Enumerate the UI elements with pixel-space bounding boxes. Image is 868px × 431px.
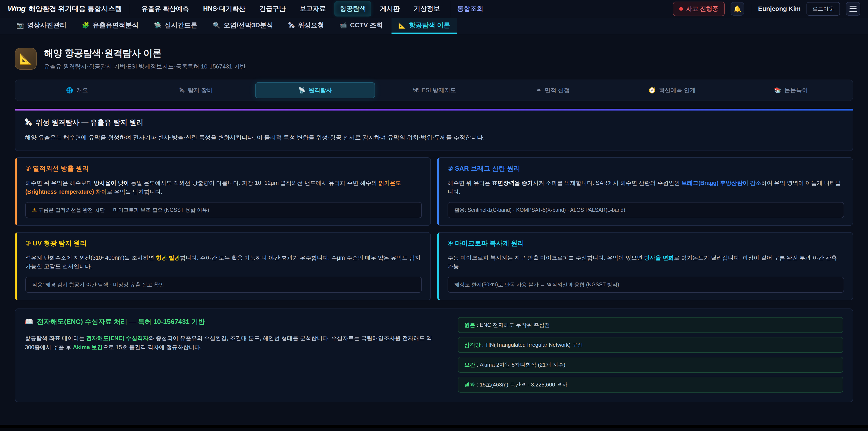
- principle-card-note: 활용: Sentinel-1(C-band) · KOMPSAT-5(X-ban…: [447, 202, 844, 218]
- topnav-item[interactable]: 보고자료: [294, 1, 331, 17]
- subnav-item-label: 오염/선박3D분석: [223, 21, 273, 30]
- principle-card-body: 해수면 위 유막은 해수보다 방사율이 낮아 동일 온도에서도 적외선 방출량이…: [25, 179, 422, 196]
- enc-pipeline-row: 원본 : ENC 전자해도 무작위 측심점: [458, 317, 843, 333]
- subnav-item-label: 항공탐색 이론: [409, 21, 450, 30]
- bottom-strip: [0, 425, 868, 428]
- theory-tab[interactable]: 🧭 확산예측 연계: [613, 82, 732, 98]
- theory-tab[interactable]: 📚 논문특허: [732, 82, 850, 98]
- tab-icon: 🧭: [649, 87, 655, 94]
- topnav-item[interactable]: 긴급구난: [254, 1, 291, 17]
- theory-tab[interactable]: 🌐 개요: [18, 82, 136, 98]
- principle-card-body: 석유계 탄화수소에 자외선(310~400nm)을 조사하면 형광 발광합니다.…: [25, 253, 422, 271]
- subnav-item-label: 위성요청: [298, 21, 324, 30]
- tab-icon: 📡: [298, 87, 305, 94]
- tab-label: 탐지 장비: [188, 86, 213, 94]
- topnav-item-label: HNS·대기확산: [203, 5, 246, 12]
- topnav-item-label: 긴급구난: [259, 5, 285, 12]
- section-gradient-accent: [15, 109, 853, 111]
- subnav-item[interactable]: 📷 영상사진관리: [9, 18, 73, 34]
- tab-icon: 🌐: [66, 87, 73, 94]
- topnav-item[interactable]: 기상정보: [408, 1, 445, 17]
- enc-row-text: : ENC 전자해도 무작위 측심점: [475, 322, 550, 328]
- principle-card-body: 해수면 위 유막은 표면장력을 증가시켜 소파를 억제합니다. SAR에서 해수…: [447, 179, 844, 196]
- divider: [129, 4, 129, 13]
- tab-label: 확산예측 연계: [659, 86, 695, 94]
- app-logo[interactable]: Wing 해양환경 위기대응 통합시스템: [8, 4, 122, 13]
- principle-card-note: 적용: 해경 감시 항공기 야간 탐색 · 비정상 유출 신고 확인: [25, 277, 422, 293]
- theory-tab[interactable]: 📡 원격탐사: [255, 82, 375, 98]
- enc-row-label: 결과: [464, 381, 475, 388]
- page-title: 해양 항공탐색·원격탐사 이론: [44, 47, 246, 59]
- tab-icon: 🛰: [179, 87, 184, 94]
- topnav-item-label: 게시판: [380, 5, 400, 12]
- enc-pipeline-row: 삼각망 : TIN(Triangulated Irregular Network…: [458, 337, 843, 353]
- subnav-item[interactable]: 🛰 위성요청: [282, 18, 331, 34]
- user-name: Eunjeong Kim: [758, 5, 801, 12]
- subnav-item-label: 영상사진관리: [27, 21, 66, 30]
- topnav-item[interactable]: 통합조회: [450, 1, 489, 17]
- enc-pipeline-row: 보간 : Akima 2차원 5차다항식 (21개 계수): [458, 357, 843, 373]
- logout-button[interactable]: 로그아웃: [807, 2, 840, 16]
- topnav-items: 유출유 확산예측HNS·대기확산긴급구난보고자료항공탐색게시판기상정보통합조회: [136, 1, 489, 17]
- notification-bell-button[interactable]: 🔔: [731, 2, 744, 16]
- enc-row-label: 원본: [464, 322, 475, 328]
- topnav-item-label: 기상정보: [414, 5, 440, 12]
- subnav-item-icon: 🧩: [82, 22, 90, 29]
- page-header: 📐 해양 항공탐색·원격탐사 이론 유출유 원격탐지·항공감시 기법·ESI 방…: [15, 47, 853, 70]
- bell-icon: 🔔: [733, 5, 741, 13]
- hamburger-bar: [849, 11, 857, 12]
- theory-tab[interactable]: ✒ 면적 산정: [494, 82, 613, 98]
- subnav-item[interactable]: 🧩 유출유면적분석: [75, 18, 145, 34]
- subnav-item[interactable]: 📐 항공탐색 이론: [392, 18, 457, 34]
- subnav-item-icon: 🛰: [288, 22, 294, 29]
- book-icon: 📖: [25, 318, 33, 326]
- section-title-text: 위성 원격탐사 — 유출유 탐지 원리: [35, 118, 143, 127]
- principle-card: ③ UV 형광 탐지 원리 석유계 탄화수소에 자외선(310~400nm)을 …: [15, 232, 431, 301]
- principle-card-title: ② SAR 브래그 산란 원리: [447, 164, 844, 173]
- principle-card-title: ③ UV 형광 탐지 원리: [25, 239, 422, 248]
- hamburger-bar: [849, 8, 857, 9]
- tab-icon: ✒: [537, 87, 541, 94]
- subnav-item-label: CCTV 조회: [350, 21, 383, 30]
- incident-status-badge[interactable]: 사고 진행중: [673, 2, 725, 16]
- hamburger-menu-button[interactable]: [846, 2, 860, 16]
- principle-card: ② SAR 브래그 산란 원리 해수면 위 유막은 표면장력을 증가시켜 소파를…: [437, 157, 853, 226]
- tab-label: 개요: [76, 86, 88, 94]
- theory-tab[interactable]: 🗺 ESI 방제지도: [375, 82, 494, 98]
- hamburger-bar: [849, 6, 857, 6]
- topnav-item[interactable]: 항공탐색: [334, 1, 371, 17]
- topnav-item[interactable]: 게시판: [375, 1, 405, 17]
- theory-tab[interactable]: 🛰 탐지 장비: [136, 82, 255, 98]
- topnav-item-label: 항공탐색: [340, 5, 366, 12]
- enc-row-label: 삼각망: [464, 342, 480, 348]
- principle-card-body: 수동 마이크로파 복사계는 지구 방출 마이크로파를 수신합니다. 유막이 있으…: [447, 253, 844, 271]
- page-header-text: 해양 항공탐색·원격탐사 이론 유출유 원격탐지·항공감시 기법·ESI 방제정…: [44, 47, 246, 70]
- principle-card-note: ⚠ 구름은 열적외선을 완전 차단 → 마이크로파 보조 필요 (NGSST 융…: [25, 202, 422, 218]
- enc-description: 항공탐색 좌표 데이터는 전자해도(ENC) 수심격자와 중첩되어 유출유의 수…: [25, 334, 441, 352]
- tab-icon: 📚: [774, 87, 781, 94]
- tab-label: 논문특허: [784, 86, 808, 94]
- enc-pipeline-row: 결과 : 15초(463m) 등간격 · 3,225,600 격자: [458, 377, 843, 393]
- topnav-right-cluster: 사고 진행중 🔔 Eunjeong Kim 로그아웃: [673, 2, 860, 16]
- sub-navigation-bar: 📷 영상사진관리 🧩 유출유면적분석 🛸 실시간드론 🔍 오염/선박3D분석 🛰…: [0, 18, 868, 34]
- topnav-item[interactable]: HNS·대기확산: [198, 1, 251, 17]
- subnav-item[interactable]: 🛸 실시간드론: [147, 18, 204, 34]
- subnav-item[interactable]: 🔍 오염/선박3D분석: [206, 18, 280, 34]
- principle-card-title: ④ 마이크로파 복사계 원리: [447, 239, 844, 248]
- subnav-item-icon: 📷: [16, 22, 24, 29]
- subnav-item-icon: 🔍: [213, 22, 220, 29]
- divider: [751, 4, 751, 14]
- principle-card-title: ① 열적외선 방출 원리: [25, 164, 422, 173]
- subnav-item-icon: 📐: [398, 22, 406, 29]
- tab-icon: 🗺: [413, 87, 418, 94]
- subnav-item[interactable]: 📹 CCTV 조회: [333, 18, 390, 34]
- topnav-item[interactable]: 유출유 확산예측: [136, 1, 195, 17]
- page-subtitle: 유출유 원격탐지·항공감시 기법·ESI 방제정보지도·등록특허 10-1567…: [44, 63, 246, 70]
- remote-sensing-section: 🛰 위성 원격탐사 — 유출유 탐지 원리 해양 유출유는 해수면에 유막을 형…: [15, 111, 853, 151]
- tab-label: ESI 방제지도: [422, 86, 456, 94]
- section-description: 해양 유출유는 해수면에 유막을 형성하여 전자기파 반사·방출·산란 특성을 …: [25, 133, 843, 142]
- topnav-item-label: 보고자료: [300, 5, 326, 12]
- page-icon-triangle-ruler: 📐: [15, 48, 37, 70]
- principle-card: ④ 마이크로파 복사계 원리 수동 마이크로파 복사계는 지구 방출 마이크로파…: [437, 232, 853, 301]
- enc-title: 📖 전자해도(ENC) 수심자료 처리 — 특허 10-1567431 기반: [25, 317, 441, 326]
